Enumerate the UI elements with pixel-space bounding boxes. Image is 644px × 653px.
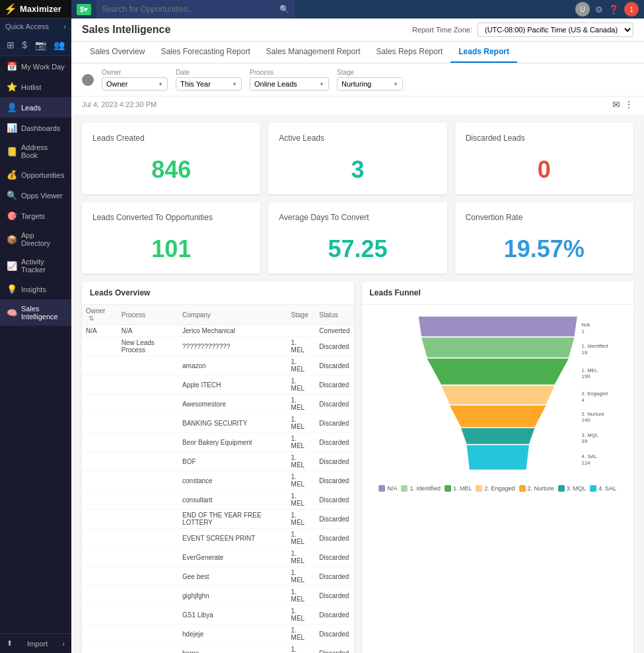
cell-status: Discarded: [315, 625, 353, 644]
legend-mel: 1. MEL: [445, 485, 472, 492]
sidebar-item-activity-tracker[interactable]: 📈 Activity Tracker: [0, 252, 71, 279]
cell-status: Discarded: [315, 375, 353, 395]
sidebar-item-targets[interactable]: 🎯 Targets: [0, 206, 71, 226]
import-icon: ⬆: [7, 639, 13, 648]
owner-avatar: [82, 74, 94, 86]
owner-select[interactable]: Owner ▼: [102, 77, 168, 91]
more-options-icon[interactable]: ⋮: [624, 99, 633, 110]
cell-stage: 1. MEL: [287, 567, 316, 586]
sidebar-item-insights[interactable]: 💡 Insights: [0, 279, 71, 299]
tab-sales-reps[interactable]: Sales Reps Report: [369, 42, 451, 63]
search-input[interactable]: [102, 5, 279, 14]
cell-stage: 1. MEL: [287, 529, 316, 548]
cell-company: amazon: [178, 356, 287, 375]
timestamp-actions: ✉ ⋮: [612, 99, 633, 110]
cell-owner: [82, 490, 118, 510]
email-icon[interactable]: ✉: [612, 99, 620, 110]
stage-select[interactable]: Nurturing ▼: [337, 77, 403, 91]
camera-icon[interactable]: 📷: [34, 38, 48, 52]
timezone-select[interactable]: (UTC-08:00) Pacific Time (US & Canada): [478, 22, 633, 37]
activity-icon: 📈: [7, 261, 17, 271]
process-select[interactable]: Online Leads ▼: [250, 77, 329, 91]
avatar[interactable]: U: [575, 2, 590, 17]
date-value: This Year: [180, 80, 211, 88]
sidebar-item-opps-viewer[interactable]: 🔍 Opps Viewer: [0, 185, 71, 206]
tab-sales-overview[interactable]: Sales Overview: [82, 42, 153, 63]
calendar-icon: 📅: [7, 61, 17, 71]
people-icon[interactable]: 👥: [52, 38, 66, 52]
date-label: Date: [176, 69, 242, 76]
dollar-nav-icon[interactable]: $▾: [77, 4, 91, 15]
cell-stage: 1. MEL: [287, 510, 316, 529]
table-row: Apple ITECH 1. MEL Discarded: [82, 375, 354, 395]
cell-owner: [82, 625, 118, 644]
svg-text:1. MEL: 1. MEL: [581, 367, 598, 373]
table-row: N/A N/A Jerico Mechanical Converted: [82, 325, 354, 337]
main-content: $▾ 🔍 U ⚙ ❓ 1 Sales Intelligence Report T…: [71, 0, 644, 653]
table-row: constance 1. MEL Discarded: [82, 471, 354, 490]
sidebar-import[interactable]: ⬆ Import ›: [0, 634, 71, 653]
metric-leads-converted-value: 101: [92, 235, 250, 263]
cell-owner: [82, 586, 118, 605]
leads-overview-title: Leads Overview: [82, 282, 354, 305]
sidebar-item-address-book[interactable]: 📒 Address Book: [0, 138, 71, 165]
sidebar-item-my-work-day[interactable]: 📅 My Work Day: [0, 56, 71, 77]
notification-badge[interactable]: 1: [624, 2, 639, 17]
sidebar-item-label: Activity Tracker: [21, 258, 65, 274]
cell-status: Discarded: [315, 490, 353, 510]
sidebar-item-sales-intelligence[interactable]: 🧠 Sales Intelligence: [0, 299, 71, 326]
metric-active-leads-title: Active Leads: [279, 134, 436, 143]
cell-company: EverGenerate: [178, 548, 287, 567]
cell-status: Discarded: [315, 337, 353, 356]
cell-owner: [82, 529, 118, 548]
date-select[interactable]: This Year ▼: [176, 77, 242, 91]
legend-engaged-label: 2. Engaged: [484, 485, 515, 492]
cell-stage: 1. MEL: [287, 356, 316, 375]
sidebar-item-opportunities[interactable]: 💰 Opportunities: [0, 165, 71, 185]
cell-status: Discarded: [315, 567, 353, 586]
svg-text:39: 39: [581, 438, 587, 444]
table-row: home 1. MEL Discarded: [82, 644, 354, 654]
sidebar-item-hotlist[interactable]: ⭐ Hotlist: [0, 77, 71, 97]
tab-sales-management[interactable]: Sales Management Report: [258, 42, 369, 63]
table-row: consultant 1. MEL Discarded: [82, 490, 354, 510]
metric-discarded-leads-value: 0: [466, 156, 623, 184]
tab-leads-report[interactable]: Leads Report: [450, 42, 517, 63]
quick-access[interactable]: Quick Access ›: [0, 19, 71, 34]
dollar-icon[interactable]: $: [20, 38, 28, 52]
legend-engaged: 2. Engaged: [476, 485, 515, 492]
table-row: Beor Bakery Equipment 1. MEL Discarded: [82, 433, 354, 452]
owner-dropdown-icon: ▼: [158, 81, 163, 87]
cell-stage: 1. MEL: [287, 395, 316, 414]
cell-status: Discarded: [315, 548, 353, 567]
sidebar-item-leads[interactable]: 👤 Leads: [0, 97, 71, 118]
cell-owner: [82, 375, 118, 395]
legend-na: N/A: [378, 485, 397, 492]
metric-avg-days: Average Days To Convert 57.25: [268, 202, 447, 274]
cell-company: home: [178, 644, 287, 654]
grid-icon[interactable]: ⊞: [5, 38, 16, 52]
search-submit-icon[interactable]: 🔍: [279, 5, 289, 14]
table-row: Awesomestore 1. MEL Discarded: [82, 395, 354, 414]
tab-sales-forecasting[interactable]: Sales Forecasting Report: [153, 42, 258, 63]
target-icon: 🎯: [7, 211, 17, 221]
sidebar-item-app-directory[interactable]: 📦 App Directory: [0, 226, 71, 252]
svg-marker-4: [449, 406, 546, 428]
cell-status: Discarded: [315, 395, 353, 414]
cell-company: Gee best: [178, 567, 287, 586]
stage-label: Stage: [337, 69, 403, 76]
cell-owner: [82, 452, 118, 471]
help-icon[interactable]: ❓: [608, 5, 619, 15]
settings-icon[interactable]: ⚙: [595, 5, 603, 15]
legend-mel-dot: [445, 485, 451, 492]
cell-company: gighjfghn: [178, 586, 287, 605]
owner-filter-icon[interactable]: ⇅: [89, 315, 94, 322]
cell-process: [118, 395, 178, 414]
cell-process: [118, 510, 178, 529]
sidebar-item-label: Address Book: [21, 143, 65, 159]
svg-marker-3: [441, 386, 554, 404]
cell-status: Discarded: [315, 433, 353, 452]
cell-company: EVENT SCREEN PRINT: [178, 529, 287, 548]
cell-company: constance: [178, 471, 287, 490]
sidebar-item-dashboards[interactable]: 📊 Dashboards: [0, 118, 71, 138]
